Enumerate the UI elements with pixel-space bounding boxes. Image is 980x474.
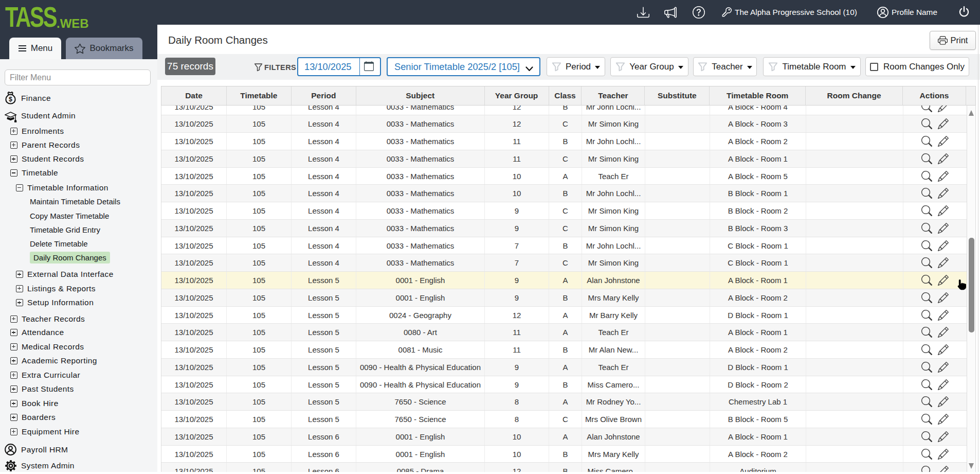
svg-text:$: $ bbox=[9, 96, 12, 103]
